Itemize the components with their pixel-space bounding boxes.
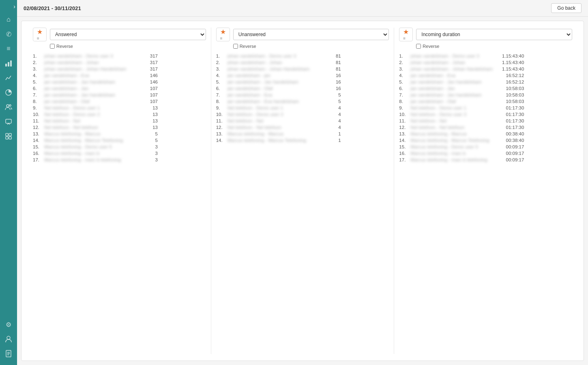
svg-rect-0 bbox=[5, 64, 7, 67]
list-item: 4.jan vandelsham - jan16 bbox=[216, 72, 389, 79]
item-rank: 17. bbox=[33, 157, 44, 162]
item-name: Marcus telefoning - marc b telefoning bbox=[44, 157, 133, 162]
panel-unanswered: ★ ≡ Answered Unanswered Incoming duratio… bbox=[211, 28, 395, 354]
list-item: 2.johan vandelsham - Johan1.15:43:40 bbox=[399, 59, 572, 66]
list-item: 11.Nel telefoon - Nel01:17:30 bbox=[399, 118, 572, 124]
item-name: Nel telefoon - Demo user 2 bbox=[44, 112, 133, 117]
item-value: 5 bbox=[133, 131, 158, 136]
panel-answered: ★ ≡ Answered Unanswered Incoming duratio… bbox=[28, 28, 211, 354]
answered-list: 1.johan vandelsham - Demo user 33172.joh… bbox=[33, 53, 206, 163]
sidebar-toggle[interactable]: › bbox=[0, 3, 17, 10]
item-value: 13 bbox=[133, 125, 158, 130]
item-value: 13 bbox=[133, 112, 158, 117]
item-value: 16:52:12 bbox=[500, 73, 524, 78]
unanswered-reverse-row: Reverse bbox=[216, 44, 389, 49]
item-value: 81 bbox=[317, 54, 341, 58]
item-name: jan vandelsham - Jan handelsham bbox=[44, 92, 133, 97]
star-icon-2: ★ bbox=[220, 28, 226, 35]
star-icon-3: ★ bbox=[403, 28, 409, 35]
item-rank: 17. bbox=[399, 157, 410, 162]
sidebar-item-stats[interactable] bbox=[2, 86, 15, 99]
item-rank: 9. bbox=[399, 105, 410, 110]
item-name: Marcus telefoning - marc b bbox=[44, 151, 133, 156]
list-item: 13.Marcus telefoning - Marcus1 bbox=[216, 131, 389, 137]
item-value: 317 bbox=[133, 60, 158, 65]
unanswered-list: 1.johan vandelsham - Demo user 3812.joha… bbox=[216, 53, 389, 144]
sidebar-item-users[interactable] bbox=[2, 101, 15, 114]
item-rank: 12. bbox=[216, 125, 227, 130]
item-name: Marcus telefoning - marc b bbox=[410, 151, 500, 156]
svg-rect-10 bbox=[9, 137, 11, 139]
item-value: 00:38:40 bbox=[500, 138, 524, 143]
item-rank: 9. bbox=[33, 105, 44, 110]
item-name: Nel telefoon - Demo user 1 bbox=[410, 105, 500, 110]
incoming-list: 1.johan vandelsham - Demo user 31.15:43:… bbox=[399, 53, 572, 163]
item-value: 10:58:03 bbox=[500, 86, 524, 91]
item-name: Nel telefoon - Nel bbox=[410, 118, 500, 123]
sidebar-item-doc[interactable] bbox=[2, 347, 15, 360]
item-value: 4 bbox=[317, 105, 341, 110]
sidebar-bottom: ⚙ bbox=[2, 318, 15, 365]
item-name: jan vandelsham - Olaf bbox=[44, 99, 133, 104]
item-name: jan vandelsham - jan bbox=[227, 73, 317, 78]
list-item: 8.jan vandelsham - Olaf107 bbox=[33, 98, 206, 105]
item-value: 01:17:30 bbox=[500, 105, 524, 110]
item-value: 317 bbox=[133, 67, 158, 71]
list-item: 9.Nel telefoon - Demo user 101:17:30 bbox=[399, 105, 572, 111]
svg-rect-6 bbox=[6, 119, 11, 123]
item-rank: 16. bbox=[33, 151, 44, 156]
sidebar-item-home[interactable]: ⌂ bbox=[2, 13, 15, 26]
item-name: Marcus telefoning - Marcus bbox=[227, 131, 317, 136]
list-item: 3.johan vandelsham - Johan Handelsham1.1… bbox=[399, 66, 572, 72]
item-value: 4 bbox=[317, 118, 341, 123]
sidebar-item-settings[interactable]: ⚙ bbox=[2, 318, 15, 331]
item-rank: 8. bbox=[33, 99, 44, 104]
list-item: 1.johan vandelsham - Demo user 3317 bbox=[33, 53, 206, 59]
sidebar-item-bubble[interactable] bbox=[2, 115, 15, 128]
sidebar: › ⌂ ✆ ≡ bbox=[0, 0, 17, 365]
sidebar-item-person[interactable] bbox=[2, 333, 15, 346]
panel-answered-header: ★ ≡ Answered Unanswered Incoming duratio… bbox=[33, 28, 206, 41]
item-name: Nel telefoon - Nel bbox=[44, 118, 133, 123]
item-value: 16 bbox=[317, 79, 341, 84]
item-value: 1 bbox=[317, 138, 341, 143]
list-item: 8.jan vandelsham - Olaf10:58:03 bbox=[399, 98, 572, 105]
item-value: 10:58:03 bbox=[500, 99, 524, 104]
main-content: 02/08/2021 - 30/11/2021 Go back ★ ≡ Answ… bbox=[17, 0, 588, 365]
svg-rect-9 bbox=[6, 137, 8, 139]
item-name: jan vandelsham - Jan handelsham bbox=[44, 79, 133, 84]
unanswered-select[interactable]: Answered Unanswered Incoming duration Ou… bbox=[233, 29, 389, 40]
sidebar-item-bar-chart[interactable] bbox=[2, 71, 15, 84]
list-item: 1.johan vandelsham - Demo user 381 bbox=[216, 53, 389, 59]
item-value: 4 bbox=[317, 112, 341, 117]
item-name: jan vandelsham - Jan bbox=[410, 86, 500, 91]
item-rank: 11. bbox=[399, 118, 410, 123]
sidebar-item-grid[interactable] bbox=[2, 130, 15, 143]
incoming-duration-select[interactable]: Answered Unanswered Incoming duration Ou… bbox=[416, 29, 572, 40]
sidebar-item-menu[interactable]: ≡ bbox=[2, 42, 15, 55]
item-rank: 7. bbox=[399, 92, 410, 97]
item-name: Marcus telefoning - Marcus Telefoning bbox=[410, 138, 500, 143]
list-item: 10.Nel telefoon - Demo user 213 bbox=[33, 111, 206, 118]
item-rank: 4. bbox=[33, 73, 44, 78]
item-value: 107 bbox=[133, 92, 158, 97]
unanswered-reverse-checkbox[interactable] bbox=[233, 44, 238, 49]
item-value: 1.15:43:40 bbox=[500, 60, 524, 65]
item-value: 5 bbox=[317, 99, 341, 104]
sidebar-item-chart[interactable] bbox=[2, 57, 15, 70]
list-item: 2.johan vandelsham - Johan81 bbox=[216, 59, 389, 66]
list-item: 5.jan vandelsham - Jan handelsham16 bbox=[216, 79, 389, 85]
item-rank: 3. bbox=[33, 67, 44, 71]
item-rank: 8. bbox=[216, 99, 227, 104]
answered-reverse-checkbox[interactable] bbox=[50, 44, 55, 49]
item-value: 1 bbox=[317, 131, 341, 136]
sidebar-item-phone[interactable]: ✆ bbox=[2, 28, 15, 41]
answered-select[interactable]: Answered Unanswered Incoming duration Ou… bbox=[50, 29, 206, 40]
expand-icon[interactable]: › bbox=[13, 3, 15, 10]
item-rank: 13. bbox=[33, 131, 44, 136]
panel-unanswered-icon: ★ ≡ bbox=[216, 28, 230, 41]
go-back-button[interactable]: Go back bbox=[551, 3, 582, 13]
item-value: 01:17:30 bbox=[500, 118, 524, 123]
incoming-reverse-checkbox[interactable] bbox=[416, 44, 421, 49]
item-rank: 11. bbox=[33, 118, 44, 123]
